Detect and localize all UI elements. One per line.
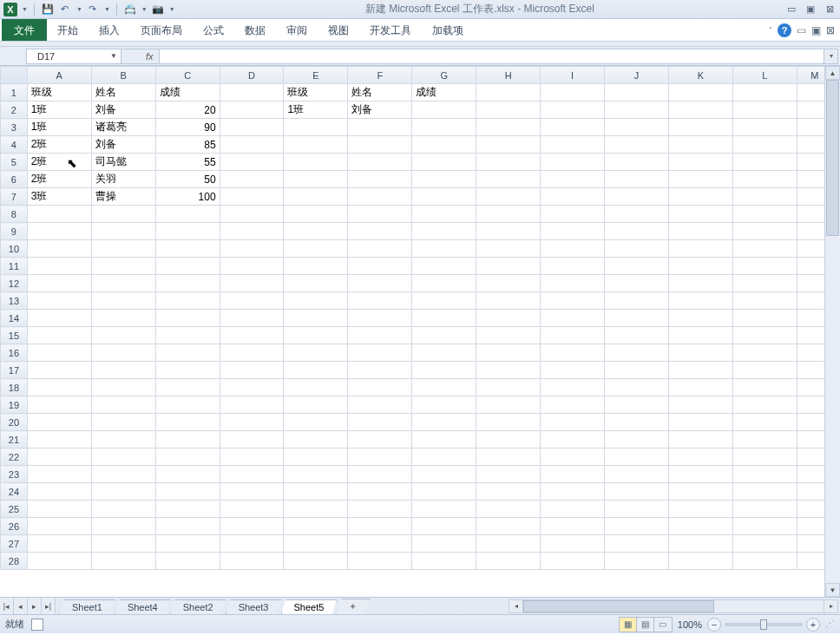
cell-M9[interactable] [797,223,824,240]
ribbon-minimize-icon[interactable]: ˅ [769,26,772,34]
row-header-16[interactable]: 16 [1,344,28,362]
cell-A27[interactable] [27,535,91,553]
cell-F16[interactable] [348,344,412,362]
cell-H12[interactable] [476,275,541,292]
cell-A21[interactable] [27,431,91,448]
cell-F24[interactable] [348,483,412,501]
cell-M17[interactable] [797,362,824,379]
column-header-B[interactable]: B [91,67,155,84]
cell-C17[interactable] [155,362,220,379]
cell-K19[interactable] [669,396,733,414]
cell-D15[interactable] [220,327,284,344]
cell-L20[interactable] [732,414,797,431]
scroll-right-icon[interactable]: ▸ [824,600,837,612]
cell-A6[interactable]: 2班 [27,171,91,188]
cell-E9[interactable] [284,223,348,240]
cell-G19[interactable] [412,396,476,414]
row-header-27[interactable]: 27 [1,535,28,553]
cell-F10[interactable] [348,240,412,258]
cell-F19[interactable] [348,396,412,414]
cell-C7[interactable]: 100 [155,188,220,206]
cell-F4[interactable] [348,136,412,154]
cell-K25[interactable] [669,501,733,518]
cell-G17[interactable] [412,362,476,379]
cell-M12[interactable] [797,275,824,292]
undo-icon[interactable]: ↶ [58,3,72,16]
cell-G18[interactable] [412,379,476,396]
cell-F11[interactable] [348,258,412,275]
cell-D4[interactable] [220,136,284,154]
cell-K18[interactable] [669,379,733,396]
sheet-nav-prev-icon[interactable]: ◂ [14,598,28,614]
scroll-left-icon[interactable]: ◂ [509,600,523,612]
cell-H27[interactable] [476,535,541,553]
cell-B20[interactable] [91,414,155,431]
cell-M18[interactable] [797,379,824,396]
cell-D25[interactable] [220,501,284,518]
cell-L12[interactable] [732,275,797,292]
cell-H22[interactable] [476,448,541,466]
cell-K23[interactable] [669,466,733,483]
row-header-24[interactable]: 24 [1,483,28,501]
cell-M19[interactable] [797,396,824,414]
cell-E21[interactable] [284,431,348,448]
cell-A10[interactable] [27,240,91,258]
column-header-G[interactable]: G [412,67,476,84]
cell-E1[interactable]: 班级 [284,84,348,101]
normal-view-icon[interactable]: ▦ [620,618,637,632]
cell-D5[interactable] [220,154,284,171]
row-header-10[interactable]: 10 [1,240,28,258]
cell-B15[interactable] [91,327,155,344]
row-header-18[interactable]: 18 [1,379,28,396]
camera-icon[interactable]: 📷 [151,3,165,16]
cell-I13[interactable] [541,292,605,310]
cell-E5[interactable] [284,154,348,171]
cell-D1[interactable] [220,84,284,101]
cell-G27[interactable] [412,535,476,553]
cell-C14[interactable] [155,310,220,327]
tab-页面布局[interactable]: 页面布局 [130,19,193,41]
tab-file[interactable]: 文件 [2,19,47,41]
cell-C4[interactable]: 85 [155,136,220,154]
cell-C20[interactable] [155,414,220,431]
cell-I11[interactable] [541,258,605,275]
cell-E2[interactable]: 1班 [284,101,348,119]
column-header-K[interactable]: K [669,67,733,84]
cell-K4[interactable] [669,136,733,154]
cell-G20[interactable] [412,414,476,431]
cell-K2[interactable] [669,101,733,119]
cell-B17[interactable] [91,362,155,379]
cell-F14[interactable] [348,310,412,327]
cell-D23[interactable] [220,466,284,483]
cell-E24[interactable] [284,483,348,501]
row-header-19[interactable]: 19 [1,396,28,414]
cell-D10[interactable] [220,240,284,258]
cell-I2[interactable] [541,101,605,119]
cell-B12[interactable] [91,275,155,292]
cell-F5[interactable] [348,154,412,171]
close-button[interactable]: ⊠ [823,3,837,16]
cell-C19[interactable] [155,396,220,414]
cell-C21[interactable] [155,431,220,448]
cell-I17[interactable] [541,362,605,379]
resize-grip-icon[interactable]: ⋰ [825,619,835,630]
cell-G6[interactable] [412,171,476,188]
cell-K9[interactable] [669,223,733,240]
column-header-D[interactable]: D [220,67,284,84]
cell-H16[interactable] [476,344,541,362]
cell-C6[interactable]: 50 [155,171,220,188]
save-icon[interactable]: 💾 [41,3,55,16]
cell-G24[interactable] [412,483,476,501]
cell-B26[interactable] [91,518,155,535]
cell-B10[interactable] [91,240,155,258]
cell-M1[interactable] [797,84,824,101]
cell-C16[interactable] [155,344,220,362]
cell-A20[interactable] [27,414,91,431]
scroll-up-icon[interactable]: ▲ [825,66,840,80]
cell-B3[interactable]: 诸葛亮 [91,119,155,136]
cell-J12[interactable] [605,275,669,292]
cell-E3[interactable] [284,119,348,136]
cell-D24[interactable] [220,483,284,501]
cell-K20[interactable] [669,414,733,431]
cell-H1[interactable] [476,84,541,101]
